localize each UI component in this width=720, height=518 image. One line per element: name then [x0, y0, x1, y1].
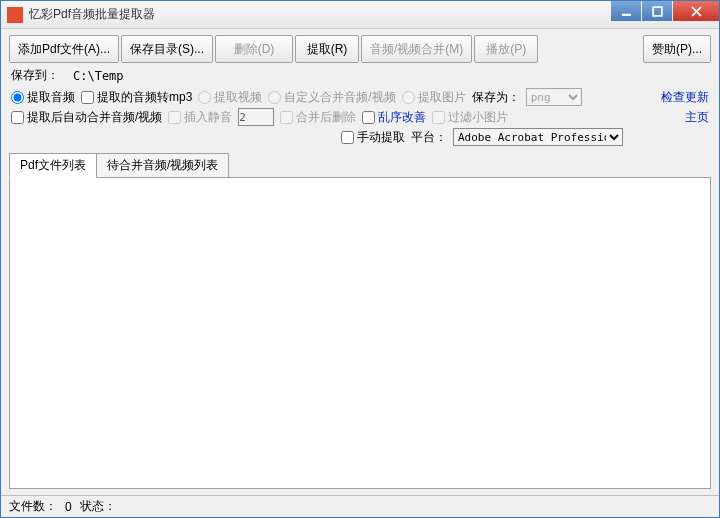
svg-rect-1 [653, 7, 662, 16]
check-filter-small-image[interactable]: 过滤小图片 [432, 109, 508, 126]
status-bar: 文件数： 0 状态： [1, 495, 719, 517]
window-controls [610, 1, 719, 28]
platform-select[interactable]: Adobe Acrobat Profession [453, 128, 623, 146]
app-icon [7, 7, 23, 23]
save-dir-button[interactable]: 保存目录(S)... [121, 35, 213, 63]
save-as-label: 保存为： [472, 89, 520, 106]
minimize-button[interactable] [611, 1, 641, 21]
tab-merge-list[interactable]: 待合并音频/视频列表 [96, 153, 229, 178]
platform-label: 平台： [411, 129, 447, 146]
file-list-area[interactable] [9, 177, 711, 489]
sponsor-button[interactable]: 赞助(P)... [643, 35, 711, 63]
check-audio-to-mp3[interactable]: 提取的音频转mp3 [81, 89, 192, 106]
toolbar: 添加Pdf文件(A)... 保存目录(S)... 删除(D) 提取(R) 音频/… [1, 29, 719, 67]
tab-pdf-list[interactable]: Pdf文件列表 [9, 153, 97, 178]
home-link[interactable]: 主页 [685, 109, 709, 126]
options-panel: 提取音频 提取的音频转mp3 提取视频 自定义合并音频/视频 提取图片 保存为：… [1, 84, 719, 150]
save-path-row: 保存到： C:\Temp [1, 67, 719, 84]
file-count-value: 0 [65, 500, 72, 514]
radio-extract-audio[interactable]: 提取音频 [11, 89, 75, 106]
check-manual-extract[interactable]: 手动提取 [341, 129, 405, 146]
close-button[interactable] [673, 1, 719, 21]
window-title: 忆彩Pdf音频批量提取器 [29, 6, 610, 23]
file-count-label: 文件数： [9, 498, 57, 515]
save-to-path: C:\Temp [73, 69, 124, 83]
titlebar: 忆彩Pdf音频批量提取器 [1, 1, 719, 29]
silence-spin[interactable] [238, 108, 274, 126]
extract-button[interactable]: 提取(R) [295, 35, 359, 63]
check-random-improve[interactable]: 乱序改善 [362, 109, 426, 126]
radio-extract-video[interactable]: 提取视频 [198, 89, 262, 106]
tabs: Pdf文件列表 待合并音频/视频列表 [9, 153, 719, 178]
check-update-link[interactable]: 检查更新 [661, 89, 709, 106]
check-merge-then-delete[interactable]: 合并后删除 [280, 109, 356, 126]
check-auto-merge-av[interactable]: 提取后自动合并音频/视频 [11, 109, 162, 126]
delete-button[interactable]: 删除(D) [215, 35, 293, 63]
av-merge-button[interactable]: 音频/视频合并(M) [361, 35, 472, 63]
radio-extract-image[interactable]: 提取图片 [402, 89, 466, 106]
app-window: 忆彩Pdf音频批量提取器 添加Pdf文件(A)... 保存目录(S)... 删除… [0, 0, 720, 518]
add-pdf-button[interactable]: 添加Pdf文件(A)... [9, 35, 119, 63]
check-insert-silence[interactable]: 插入静音 [168, 109, 232, 126]
save-to-label: 保存到： [11, 67, 59, 84]
radio-custom-merge-av[interactable]: 自定义合并音频/视频 [268, 89, 395, 106]
play-button[interactable]: 播放(P) [474, 35, 538, 63]
state-label: 状态： [80, 498, 116, 515]
image-format-select[interactable]: png [526, 88, 582, 106]
maximize-button[interactable] [642, 1, 672, 21]
